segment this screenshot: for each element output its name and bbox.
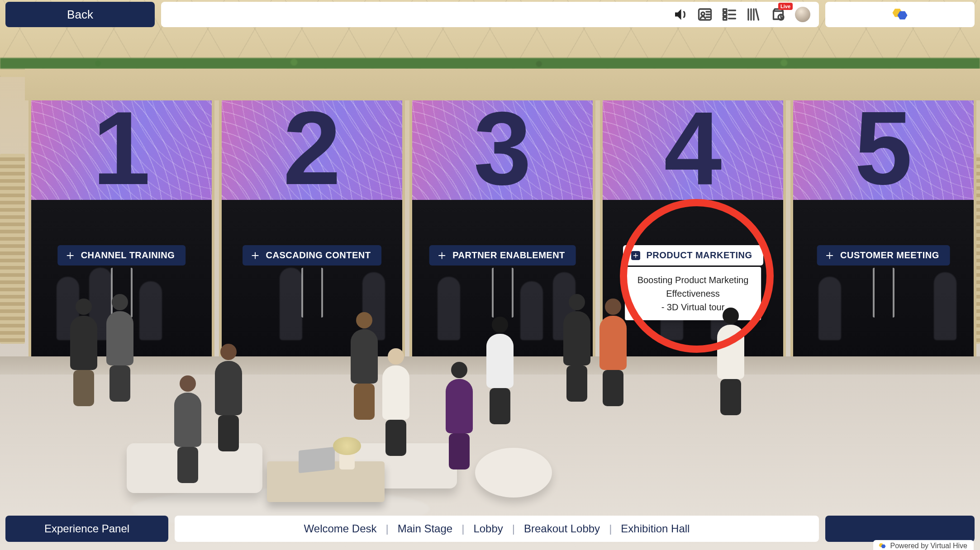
banner-5: 5 (790, 100, 976, 200)
plus-icon (66, 251, 75, 260)
brand-button[interactable] (825, 2, 975, 27)
banner-number: 2 (283, 100, 341, 200)
person (380, 348, 412, 456)
room-chip-partner-enablement[interactable]: PARTNER ENABLEMENT (429, 245, 576, 266)
back-label: Back (67, 8, 93, 22)
person (484, 317, 516, 424)
person (213, 344, 244, 451)
facade-top (25, 69, 980, 100)
bottombar: Experience Panel Welcome Desk| Main Stag… (5, 516, 975, 542)
room-chip-cascading-content[interactable]: CASCADING CONTENT (243, 245, 382, 266)
wall-slats-left (0, 154, 25, 344)
nav-exhibition-hall[interactable]: Exhibition Hall (614, 522, 697, 535)
live-badge: Live (778, 3, 793, 10)
search-input[interactable] (169, 9, 664, 20)
person (104, 294, 136, 402)
nav-main-stage[interactable]: Main Stage (390, 522, 460, 535)
brand-logo-icon (878, 542, 887, 550)
room-chip-product-marketing[interactable]: PRODUCT MARKETING (623, 245, 763, 266)
banner-row: 1 2 3 4 5 (25, 100, 980, 200)
tooltip-line: Boosting Product Marketing (637, 273, 749, 287)
list-icon[interactable] (721, 6, 737, 23)
banner-number: 5 (855, 100, 913, 200)
banner-1: 1 (29, 100, 214, 200)
planter-strip (0, 58, 980, 69)
room-chip-channel-training[interactable]: CHANNEL TRAINING (57, 245, 186, 266)
svg-rect-3 (723, 13, 727, 16)
person (68, 299, 100, 406)
plus-icon (631, 251, 640, 260)
svg-point-1 (701, 12, 704, 15)
schedule-icon[interactable]: Live (770, 6, 786, 23)
nav-welcome-desk[interactable]: Welcome Desk (297, 522, 384, 535)
svg-rect-2 (723, 9, 727, 12)
room-chip-label: CUSTOMER MEETING (840, 250, 939, 261)
banner-number: 4 (664, 100, 722, 200)
person (597, 299, 629, 406)
banner-number: 1 (93, 100, 151, 200)
room-chip-label: PRODUCT MARKETING (646, 250, 752, 261)
separator: | (512, 522, 515, 535)
separator: | (386, 522, 389, 535)
room-chip-label: PARTNER ENABLEMENT (452, 250, 565, 261)
vase (339, 451, 355, 469)
person (348, 312, 380, 420)
topbar: Back Live (5, 2, 975, 27)
nav-lobby[interactable]: Lobby (466, 522, 510, 535)
badge-icon[interactable] (697, 6, 713, 23)
person (443, 362, 475, 469)
back-button[interactable]: Back (5, 2, 155, 27)
banner-3: 3 (409, 100, 595, 200)
banner-4: 4 (600, 100, 786, 200)
exhibition-building: 1 2 3 4 5 CHANNEL TRAINING CASCADING CON… (25, 69, 980, 358)
experience-panel-button[interactable]: Experience Panel (5, 516, 168, 542)
avatar (795, 7, 810, 22)
search-and-tools: Live (161, 2, 819, 27)
person (561, 294, 593, 402)
nav-pill: Welcome Desk| Main Stage| Lobby| Breakou… (175, 516, 819, 542)
door-5[interactable]: CUSTOMER MEETING (790, 200, 976, 358)
powered-by-label: Powered by Virtual Hive (890, 542, 967, 550)
sound-icon[interactable] (672, 6, 689, 23)
room-chip-label: CASCADING CONTENT (266, 250, 371, 261)
pouf (475, 448, 552, 498)
plus-icon (251, 251, 260, 260)
nav-breakout-lobby[interactable]: Breakout Lobby (517, 522, 607, 535)
brand-logo-icon (890, 7, 910, 22)
avatar-icon[interactable] (794, 6, 811, 23)
laptop (299, 447, 335, 473)
library-icon[interactable] (746, 6, 762, 23)
tooltip-line: Effectiveness (637, 287, 749, 300)
plus-icon (825, 251, 834, 260)
room-chip-customer-meeting[interactable]: CUSTOMER MEETING (817, 245, 950, 266)
bottom-right-button[interactable] (825, 516, 975, 542)
separator: | (609, 522, 612, 535)
plus-icon (437, 251, 446, 260)
banner-number: 3 (474, 100, 532, 200)
person (715, 308, 747, 415)
powered-by[interactable]: Powered by Virtual Hive (873, 540, 974, 550)
room-chip-label: CHANNEL TRAINING (81, 250, 175, 261)
person (172, 375, 204, 483)
svg-rect-4 (723, 17, 727, 20)
experience-panel-label: Experience Panel (44, 522, 129, 535)
banner-2: 2 (219, 100, 405, 200)
separator: | (461, 522, 464, 535)
